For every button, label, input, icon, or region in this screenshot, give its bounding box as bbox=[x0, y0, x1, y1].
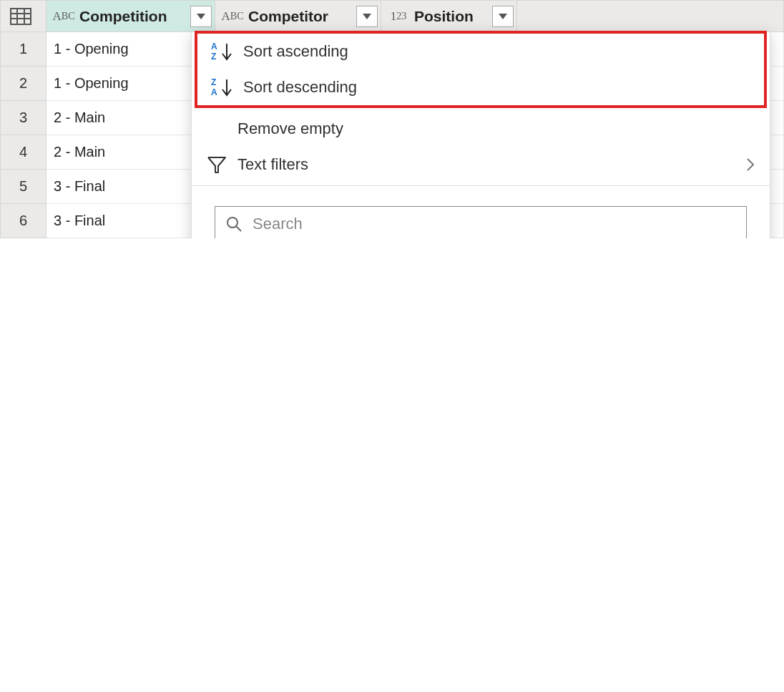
svg-text:A: A bbox=[211, 87, 217, 97]
svg-line-12 bbox=[236, 226, 241, 231]
column-header-position[interactable]: 123 Position bbox=[381, 1, 516, 31]
row-number[interactable]: 5 bbox=[1, 170, 46, 204]
caret-down-icon bbox=[197, 14, 205, 19]
chevron-right-icon bbox=[745, 157, 755, 172]
column-name: Competition bbox=[77, 8, 167, 25]
row-number[interactable]: 3 bbox=[1, 101, 46, 135]
caret-down-icon bbox=[363, 14, 371, 19]
remove-empty[interactable]: Remove empty bbox=[192, 111, 770, 147]
column-header-competitor[interactable]: ABC Competitor bbox=[215, 1, 381, 31]
caret-down-icon bbox=[499, 14, 507, 19]
cell-competition[interactable]: 1 - Opening bbox=[46, 32, 215, 67]
menu-label: Remove empty bbox=[233, 120, 343, 138]
filter-dropdown-button[interactable] bbox=[492, 6, 514, 27]
tutorial-highlight: A Z Sort ascending Z A bbox=[195, 31, 767, 108]
column-name: Position bbox=[411, 8, 474, 25]
column-name: Competitor bbox=[245, 8, 328, 25]
svg-text:Z: Z bbox=[211, 52, 216, 62]
svg-text:A: A bbox=[211, 42, 217, 52]
filter-dropdown-button[interactable] bbox=[190, 6, 212, 27]
column-filter-dropdown: A Z Sort ascending Z A bbox=[191, 31, 770, 238]
menu-label: Sort descending bbox=[239, 78, 357, 97]
select-all-cell[interactable] bbox=[1, 1, 46, 32]
svg-text:Z: Z bbox=[211, 77, 216, 87]
cell-competition[interactable]: 2 - Main bbox=[46, 101, 215, 135]
text-type-icon: ABC bbox=[51, 10, 77, 22]
text-type-icon: ABC bbox=[220, 10, 245, 22]
column-header-competition[interactable]: ABC Competition bbox=[46, 1, 215, 31]
filter-search-box[interactable] bbox=[215, 206, 747, 238]
cell-competition[interactable]: 3 - Final bbox=[46, 204, 215, 238]
sort-desc-icon: Z A bbox=[206, 77, 239, 98]
funnel-icon bbox=[200, 155, 233, 175]
menu-label: Sort ascending bbox=[239, 42, 348, 61]
cell-competition[interactable]: 1 - Opening bbox=[46, 67, 215, 101]
search-input[interactable] bbox=[251, 214, 736, 234]
menu-label: Text filters bbox=[233, 155, 308, 174]
sort-asc-icon: A Z bbox=[206, 41, 239, 62]
table-icon bbox=[1, 4, 41, 29]
row-number[interactable]: 1 bbox=[1, 32, 46, 67]
row-number[interactable]: 4 bbox=[1, 135, 46, 170]
cell-competition[interactable]: 3 - Final bbox=[46, 170, 215, 204]
filter-dropdown-button[interactable] bbox=[356, 6, 378, 27]
svg-point-11 bbox=[227, 218, 237, 228]
sort-ascending[interactable]: A Z Sort ascending bbox=[197, 34, 764, 69]
search-icon bbox=[225, 215, 242, 233]
cell-competition[interactable]: 2 - Main bbox=[46, 135, 215, 170]
row-number[interactable]: 6 bbox=[1, 204, 46, 238]
sort-descending[interactable]: Z A Sort descending bbox=[197, 69, 764, 105]
number-type-icon: 123 bbox=[386, 10, 411, 22]
svg-rect-0 bbox=[11, 9, 31, 24]
text-filters[interactable]: Text filters bbox=[192, 147, 770, 182]
row-number[interactable]: 2 bbox=[1, 67, 46, 101]
divider bbox=[192, 185, 770, 186]
